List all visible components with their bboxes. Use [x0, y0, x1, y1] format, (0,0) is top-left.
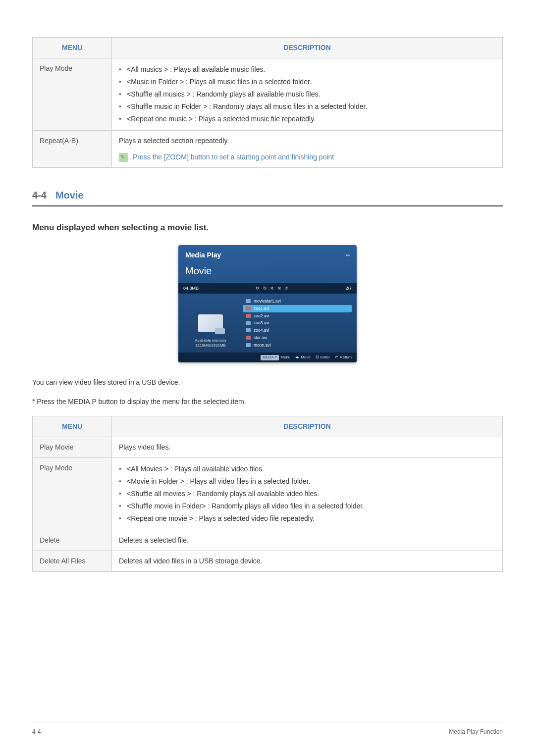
table-row: Delete Deletes a selected file. [33, 530, 503, 551]
th-description: DESCRIPTION [112, 416, 503, 437]
menu-cell: Play Movie [33, 437, 112, 458]
file-item[interactable]: moviestar1.avi [243, 298, 352, 305]
description-cell: Plays video files. [112, 437, 503, 458]
folder-thumbnail-icon [198, 314, 223, 332]
screenshot-container: Media Play ⇔ Movie 84.8MB ↻ ↻ ⤨ ⤨ ↺ 2/7 … [32, 245, 503, 363]
menu-cell: Delete [33, 530, 112, 551]
mp-playback-icons: ↻ ↻ ⤨ ⤨ ↺ [255, 285, 289, 292]
play-mode-list: <All Movies > : Plays all available vide… [119, 463, 495, 525]
media-play-ui: Media Play ⇔ Movie 84.8MB ↻ ↻ ⤨ ⤨ ↺ 2/7 … [178, 245, 357, 363]
music-options-table: MENU DESCRIPTION Play Mode <All musics >… [32, 37, 503, 168]
mp-header: Media Play ⇔ [178, 245, 357, 262]
list-item: <All Movies > : Plays all available vide… [119, 463, 495, 475]
mem-value: 1119MB/1891MB [195, 343, 226, 348]
section-title: Movie [55, 188, 84, 202]
mp-section-title: Movie [178, 262, 357, 283]
list-item: <Repeat one movie > : Plays a selected v… [119, 512, 495, 525]
list-item: <Shuffle movie in Folder> : Randomly pla… [119, 500, 495, 512]
note-icon [119, 153, 128, 162]
note-box: Press the [ZOOM] button to set a startin… [119, 152, 495, 162]
list-item: <Movie in Folder > : Plays all video fil… [119, 475, 495, 488]
file-name: zoo4.avi [254, 327, 269, 334]
file-item[interactable]: star.avi [243, 334, 352, 342]
file-name: zoo2.avi [254, 313, 269, 319]
file-item[interactable]: zoo4.avi [243, 327, 352, 334]
footer-menu: MEDIA.PMenu [261, 354, 290, 360]
mp-file-list: moviestar1.avizoo1.avizoo2.avizoo3.avizo… [243, 298, 352, 349]
repeat-desc: Plays a selected section repeatedly. [119, 136, 495, 146]
file-name: zoo1.avi [254, 305, 269, 312]
file-item[interactable]: moon.avi [243, 342, 352, 349]
th-menu: MENU [33, 38, 112, 58]
video-file-icon [246, 306, 251, 310]
mp-left-panel: Available memory 1119MB/1891MB [178, 294, 243, 353]
menu-cell: Play Mode [33, 58, 112, 131]
shuffle-icon: ⤨ [277, 286, 281, 291]
file-name: moon.avi [254, 342, 271, 349]
usb-icon: ⇔ [346, 252, 350, 259]
footer-move: ◂▸ Move [295, 354, 311, 360]
file-name: zoo3.avi [254, 320, 269, 326]
section-number: 4-4 [32, 188, 47, 202]
table-row: Delete All Files Deletes all video files… [33, 551, 503, 572]
menu-cell: Delete All Files [33, 551, 112, 572]
page-footer: 4-4 Media Play Function [32, 722, 503, 736]
section-header: 4-4 Movie [32, 188, 503, 206]
video-file-icon [246, 299, 251, 303]
mp-footer: MEDIA.PMenu ◂▸ Move ⊡ Enter ↶ Return [178, 353, 357, 362]
subsection-title: Menu displayed when selecting a movie li… [32, 221, 503, 234]
file-item[interactable]: zoo3.avi [243, 319, 352, 327]
list-item: <Repeat one music > : Plays a selected m… [119, 113, 495, 125]
mp-count: 2/7 [345, 285, 352, 292]
footer-left: 4-4 [32, 727, 41, 736]
body-text-1: You can view video files stored in a USB… [32, 377, 503, 388]
footer-right: Media Play Function [449, 727, 503, 736]
file-item[interactable]: zoo2.avi [243, 312, 352, 320]
th-description: DESCRIPTION [112, 38, 503, 58]
footer-enter: ⊡ Enter [316, 354, 330, 360]
menu-cell: Repeat(A-B) [33, 131, 112, 168]
media-p-badge: MEDIA.P [261, 355, 279, 360]
movie-options-table: MENU DESCRIPTION Play Movie Plays video … [32, 416, 503, 572]
note-text: Press the [ZOOM] button to set a startin… [133, 152, 334, 162]
file-item[interactable]: zoo1.avi [243, 305, 352, 312]
play-mode-list: <All musics > : Plays all available musi… [119, 63, 495, 125]
table-row: Play Movie Plays video files. [33, 437, 503, 458]
description-cell: <All Movies > : Plays all available vide… [112, 458, 503, 530]
list-item: <All musics > : Plays all available musi… [119, 63, 495, 76]
repeat-icon: ↻ [256, 286, 260, 291]
table-row: Repeat(A-B) Plays a selected section rep… [33, 131, 503, 168]
description-cell: Deletes all video files in a USB storage… [112, 551, 503, 572]
mp-size: 84.8MB [183, 285, 199, 292]
description-cell: <All musics > : Plays all available musi… [112, 58, 503, 131]
mp-right-panel: moviestar1.avizoo1.avizoo2.avizoo3.avizo… [243, 294, 357, 353]
video-file-icon [246, 343, 251, 347]
mp-header-title: Media Play [185, 250, 221, 260]
shuffle-icon: ⤨ [270, 286, 274, 291]
th-menu: MENU [33, 416, 112, 437]
file-name: star.avi [254, 335, 267, 341]
video-file-icon [246, 321, 251, 325]
mp-memory: Available memory 1119MB/1891MB [195, 338, 226, 348]
list-item: <Shuffle music in Folder > : Randomly pl… [119, 101, 495, 113]
description-cell: Deletes a selected file. [112, 530, 503, 551]
mp-body: Available memory 1119MB/1891MB moviestar… [178, 294, 357, 353]
body-text-2: * Press the MEDIA.P button to display th… [32, 397, 503, 407]
description-cell: Plays a selected section repeatedly. Pre… [112, 131, 503, 168]
video-file-icon [246, 314, 251, 318]
table-row: Play Mode <All Movies > : Plays all avai… [33, 458, 503, 530]
menu-cell: Play Mode [33, 458, 112, 530]
file-name: moviestar1.avi [254, 298, 281, 304]
table-row: Play Mode <All musics > : Plays all avai… [33, 58, 503, 131]
loop-icon: ↺ [284, 286, 288, 291]
video-file-icon [246, 336, 251, 340]
video-file-icon [246, 328, 251, 332]
mem-label: Available memory [195, 338, 226, 343]
list-item: <Music in Folder > : Plays all music fil… [119, 76, 495, 88]
mp-info-bar: 84.8MB ↻ ↻ ⤨ ⤨ ↺ 2/7 [178, 283, 357, 294]
footer-return: ↶ Return [335, 354, 352, 360]
repeat-one-icon: ↻ [263, 286, 267, 291]
list-item: <Shuffle all musics > : Randomly plays a… [119, 88, 495, 101]
list-item: <Shuffle all movies > : Randomly plays a… [119, 488, 495, 500]
